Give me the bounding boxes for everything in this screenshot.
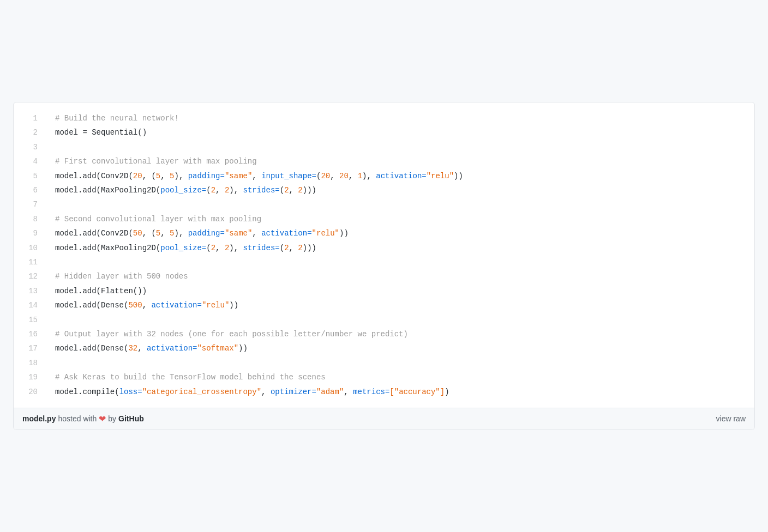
footer-left: model.py hosted with ❤ by GitHub [22, 414, 144, 424]
code-token: , [330, 172, 339, 180]
code-token: ), [174, 172, 188, 180]
table-row: 6model.add(MaxPooling2D(pool_size=(2, 2)… [14, 183, 754, 197]
line-code: model.add(Conv2D(20, (5, 5), padding="sa… [46, 169, 754, 183]
code-token: ), [229, 244, 243, 252]
code-token: # Ask Keras to build the TensorFlow mode… [55, 373, 326, 382]
code-token: pool_size= [160, 186, 206, 195]
footer-hosted-text: hosted with [58, 414, 97, 423]
table-row: 19# Ask Keras to build the TensorFlow mo… [14, 370, 754, 384]
code-token: activation= [147, 344, 197, 353]
code-token: ), [362, 172, 376, 180]
code-block: 1# Build the neural network!2model = Seq… [13, 102, 755, 430]
code-body: 1# Build the neural network!2model = Seq… [14, 102, 754, 408]
code-token: )) [229, 301, 238, 310]
line-code [46, 313, 754, 327]
code-token: 50 [133, 229, 142, 238]
code-token: "categorical_crossentropy" [142, 388, 261, 396]
footer-by-text: by [108, 414, 116, 423]
line-code: model.add(Dense(500, activation="relu")) [46, 298, 754, 312]
code-token: model.add(Dense( [55, 301, 128, 310]
code-token: strides= [243, 186, 280, 195]
code-token: ( [206, 244, 211, 252]
code-token: 2 [211, 244, 215, 252]
code-token: # Output layer with 32 nodes (one for ea… [55, 330, 408, 338]
line-code: # First convolutional layer with max poo… [46, 154, 754, 168]
code-token: "same" [225, 172, 252, 180]
code-token: )) [454, 172, 463, 180]
code-token: 20 [321, 172, 330, 180]
line-code: # Build the neural network! [46, 111, 754, 125]
code-token: model = Sequential() [55, 128, 147, 137]
line-number: 10 [14, 241, 46, 255]
code-token: , [344, 388, 353, 396]
code-token: model.add(Flatten()) [55, 287, 147, 295]
code-token: 5 [156, 172, 160, 180]
code-token: activation= [376, 172, 426, 180]
line-number: 17 [14, 341, 46, 355]
table-row: 2model = Sequential() [14, 125, 754, 140]
code-token: )) [339, 229, 349, 238]
line-code: model.add(Dense(32, activation="softmax"… [46, 341, 754, 355]
line-number: 13 [14, 284, 46, 298]
code-token: 2 [211, 186, 215, 195]
code-token: ))) [303, 244, 316, 252]
table-row: 3 [14, 140, 754, 154]
code-token: , [289, 186, 298, 195]
code-token: model.add(MaxPooling2D( [55, 244, 160, 252]
code-token: , ( [142, 172, 156, 180]
line-code [46, 356, 754, 370]
line-number: 6 [14, 183, 46, 197]
code-token: "relu" [312, 229, 339, 238]
line-code: # Output layer with 32 nodes (one for ea… [46, 327, 754, 341]
code-token: "relu" [202, 301, 229, 310]
code-token: model.add(Conv2D( [55, 229, 133, 238]
code-token: ( [280, 186, 284, 195]
code-token: ), [174, 229, 188, 238]
code-token: "relu" [427, 172, 454, 180]
line-number: 20 [14, 385, 46, 399]
line-number: 11 [14, 255, 46, 269]
footer-viewraw[interactable]: view raw [716, 414, 746, 423]
footer-filename: model.py [22, 414, 56, 423]
code-token: "same" [225, 229, 252, 238]
line-code: model.compile(loss="categorical_crossent… [46, 385, 754, 399]
code-token: , [137, 344, 147, 353]
line-number: 1 [14, 111, 46, 125]
code-token: loss= [119, 388, 142, 396]
code-token: , [215, 186, 225, 195]
code-token: "adam" [316, 388, 344, 396]
line-code: model.add(MaxPooling2D(pool_size=(2, 2),… [46, 241, 754, 255]
table-row: 15 [14, 313, 754, 327]
line-code: model.add(Flatten()) [46, 284, 754, 298]
code-token: strides= [243, 244, 280, 252]
footer-github-text: GitHub [118, 414, 144, 423]
table-row: 8# Second convolutional layer with max p… [14, 212, 754, 226]
code-token: ( [206, 186, 211, 195]
table-row: 7 [14, 197, 754, 211]
code-token: # Second convolutional layer with max po… [55, 215, 261, 223]
code-token: # First convolutional layer with max poo… [55, 157, 257, 166]
code-token: , [261, 388, 271, 396]
code-token: input_shape= [261, 172, 316, 180]
code-token: , [349, 172, 358, 180]
code-token: model.compile( [55, 388, 119, 396]
table-row: 12# Hidden layer with 500 nodes [14, 269, 754, 283]
code-token: 32 [128, 344, 137, 353]
code-token: model.add(Conv2D( [55, 172, 133, 180]
code-token: , [215, 244, 225, 252]
code-token: )) [238, 344, 248, 353]
line-number: 15 [14, 313, 46, 327]
table-row: 18 [14, 356, 754, 370]
code-token: ["accuracy"] [389, 388, 445, 396]
code-token: ) [445, 388, 449, 396]
table-row: 17model.add(Dense(32, activation="softma… [14, 341, 754, 355]
table-row: 1# Build the neural network! [14, 111, 754, 125]
code-token: , [252, 172, 261, 180]
line-number: 7 [14, 197, 46, 211]
code-token: 2 [284, 244, 289, 252]
code-footer: model.py hosted with ❤ by GitHub view ra… [14, 408, 754, 430]
code-token: model.add(Dense( [55, 344, 128, 353]
code-token: "softmax" [197, 344, 238, 353]
code-token: activation= [151, 301, 201, 310]
code-token: , ( [142, 229, 156, 238]
